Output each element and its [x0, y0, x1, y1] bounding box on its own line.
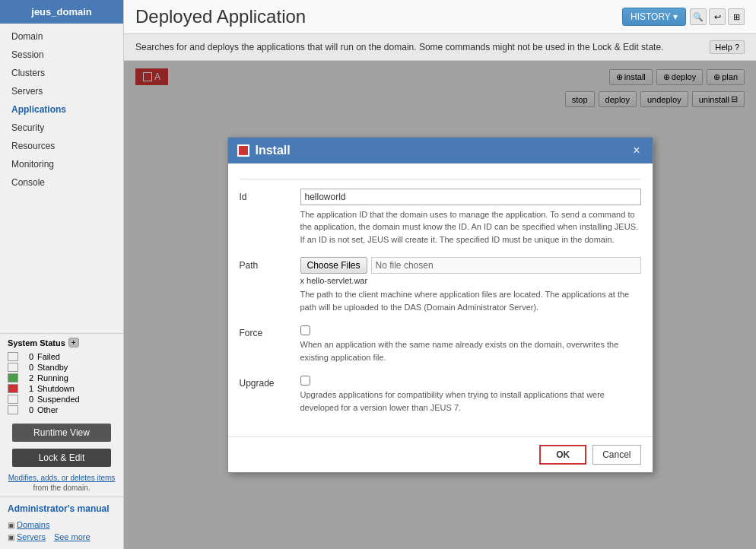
upgrade-field-content: Upgrades applications for compatibility … [300, 375, 641, 414]
other-label: Other [37, 405, 59, 414]
failed-count: 0 [22, 352, 33, 361]
file-input-row: Choose Files No file chosen [300, 257, 641, 274]
force-label: Force [240, 325, 300, 363]
system-status-add-button[interactable]: + [68, 338, 79, 347]
settings-button[interactable]: ⊞ [728, 8, 745, 25]
system-status-header: System Status + [8, 338, 116, 347]
page-title: Deployed Application [135, 6, 306, 27]
suspended-label: Suspended [37, 395, 80, 404]
sidebar-item-monitoring[interactable]: Monitoring [0, 155, 123, 173]
install-modal: Install × Id The application ID that th [227, 137, 653, 474]
admin-link-domains: ▣ Domains [8, 519, 116, 531]
file-name-display: No file chosen [371, 257, 641, 274]
force-checkbox-row [300, 325, 641, 335]
upgrade-checkbox-row [300, 375, 641, 386]
other-count: 0 [22, 405, 33, 414]
status-row-other: 0 Other [8, 405, 116, 415]
failed-label: Failed [37, 352, 60, 361]
id-field-content: The application ID that the domain uses … [300, 189, 641, 246]
info-text: Searches for and deploys the application… [135, 40, 702, 54]
sidebar-note-link[interactable]: Modifies, adds, or deletes items [8, 474, 116, 482]
system-status-label: System Status [8, 338, 65, 347]
force-field-content: When an application with the same name a… [300, 325, 641, 363]
history-button[interactable]: HISTORY ▾ [622, 8, 686, 26]
suspended-count: 0 [22, 395, 33, 404]
failed-indicator [8, 352, 18, 361]
lock-edit-button[interactable]: Lock & Edit [12, 449, 111, 467]
modal-divider [240, 179, 641, 179]
sidebar-item-domain[interactable]: Domain [0, 27, 123, 46]
upgrade-field-row: Upgrade Upgrades applications for compat… [240, 375, 641, 414]
modal-footer: OK Cancel [228, 436, 653, 472]
running-indicator [8, 373, 18, 382]
upgrade-label: Upgrade [240, 375, 300, 414]
path-description: The path to the client machine where app… [300, 288, 641, 313]
sidebar-nav: Domain Session Clusters Servers Applicat… [0, 24, 123, 333]
domains-link[interactable]: Domains [17, 520, 49, 529]
admin-manual-section: Administrator's manual ▣ Domains ▣ Serve… [0, 497, 123, 549]
cancel-button[interactable]: Cancel [592, 445, 640, 465]
path-label: Path [240, 257, 300, 313]
servers-link[interactable]: Servers [17, 532, 46, 541]
history-label: HISTORY ▾ [631, 11, 678, 22]
modal-header: Install × [228, 138, 653, 163]
running-label: Running [37, 373, 68, 382]
force-field-row: Force When an application with the same … [240, 325, 641, 363]
domain-name[interactable]: jeus_domain [0, 0, 123, 24]
modal-title-text: Install [256, 144, 291, 157]
sidebar-item-applications[interactable]: Applications [0, 100, 123, 119]
header-icons: 🔍 ↩ ⊞ [690, 8, 745, 25]
standby-indicator [8, 363, 18, 372]
status-row-suspended: 0 Suspended [8, 394, 116, 405]
sidebar-item-session[interactable]: Session [0, 46, 123, 64]
sidebar: jeus_domain Domain Session Clusters Serv… [0, 0, 124, 549]
running-count: 2 [22, 373, 33, 382]
search-button[interactable]: 🔍 [690, 8, 707, 25]
force-checkbox[interactable] [300, 325, 310, 335]
sidebar-note: Modifies, adds, or deletes items from th… [0, 469, 123, 497]
sidebar-item-console[interactable]: Console [0, 173, 123, 192]
help-button[interactable]: Help ? [710, 40, 745, 54]
refresh-button[interactable]: ↩ [709, 8, 726, 25]
admin-link-servers: ▣ Servers See more [8, 531, 116, 543]
standby-label: Standby [37, 363, 68, 372]
status-row-running: 2 Running [8, 373, 116, 383]
modal-title: Install [237, 144, 291, 157]
modal-close-button[interactable]: × [630, 144, 643, 157]
status-row-standby: 0 Standby [8, 362, 116, 373]
upgrade-checkbox[interactable] [300, 376, 310, 386]
see-more-link[interactable]: See more [54, 532, 91, 541]
sidebar-item-servers[interactable]: Servers [0, 82, 123, 100]
id-label: Id [240, 189, 300, 246]
system-status-section: System Status + 0 Failed 0 Standby 2 Run… [0, 333, 123, 419]
info-bar: Searches for and deploys the application… [124, 34, 756, 61]
choose-files-button[interactable]: Choose Files [300, 257, 367, 274]
other-indicator [8, 405, 18, 414]
modal-overlay: Install × Id The application ID that th [124, 61, 756, 549]
path-field-content: Choose Files No file chosen x hello-serv… [300, 257, 641, 313]
sidebar-item-security[interactable]: Security [0, 119, 123, 137]
sidebar-item-clusters[interactable]: Clusters [0, 64, 123, 82]
shutdown-label: Shutdown [37, 384, 75, 393]
file-selected-display: x hello-servlet.war [300, 276, 641, 285]
upgrade-description: Upgrades applications for compatibility … [300, 389, 641, 414]
shutdown-indicator [8, 384, 18, 393]
header-right: HISTORY ▾ 🔍 ↩ ⊞ [622, 8, 745, 26]
main-content: Deployed Application HISTORY ▾ 🔍 ↩ ⊞ Sea… [124, 0, 756, 549]
admin-manual-title: Administrator's manual [8, 503, 116, 516]
modal-body: Id The application ID that the domain us… [228, 163, 653, 437]
suspended-indicator [8, 395, 18, 404]
domains-link-icon: ▣ [8, 521, 14, 529]
id-field-row: Id The application ID that the domain us… [240, 189, 641, 246]
path-field-row: Path Choose Files No file chosen x hello… [240, 257, 641, 313]
ok-button[interactable]: OK [539, 445, 586, 465]
id-input[interactable] [300, 189, 641, 205]
admin-manual-links: ▣ Domains ▣ Servers See more [8, 519, 116, 543]
sidebar-item-resources[interactable]: Resources [0, 137, 123, 155]
modal-title-icon [237, 144, 249, 157]
id-description: The application ID that the domain uses … [300, 208, 641, 246]
runtime-view-button[interactable]: Runtime View [12, 424, 111, 442]
content-area: A ⊕ install ⊕ deploy ⊕ plan [124, 61, 756, 549]
main-header: Deployed Application HISTORY ▾ 🔍 ↩ ⊞ [124, 0, 756, 34]
shutdown-count: 1 [22, 384, 33, 393]
